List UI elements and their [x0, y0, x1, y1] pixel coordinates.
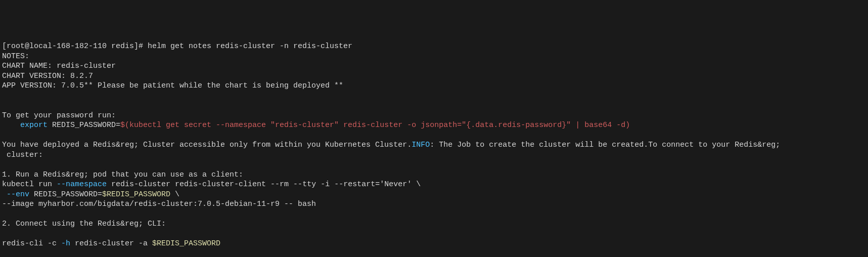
export-keyword: export — [2, 121, 48, 130]
kubectl-run-part2: redis-cluster redis-cluster-client --rm … — [107, 180, 421, 189]
redis-cli-part1: redis-cli -c — [2, 239, 61, 248]
redis-password-var: $REDIS_PASSWORD — [152, 239, 220, 248]
chart-name-line: CHART NAME: redis-cluster — [2, 62, 116, 70]
deployed-info-part2: : The Job to create the cluster will be … — [430, 141, 780, 149]
env-continuation: \ — [170, 190, 179, 199]
step1-instruction: 1. Run a Redis&reg; pod that you can use… — [2, 170, 243, 179]
host-flag: -h — [61, 239, 70, 248]
app-version-line: APP VERSION: 7.0.5** Please be patient w… — [2, 81, 343, 90]
password-instruction: To get your password run: — [2, 111, 116, 120]
notes-header: NOTES: — [2, 52, 29, 61]
deployed-info-part1: You have deployed a Redis&reg; Cluster a… — [2, 141, 412, 149]
env-value: $REDIS_PASSWORD — [102, 190, 170, 199]
command-input: helm get notes redis-cluster -n redis-cl… — [148, 42, 352, 51]
terminal-output[interactable]: [root@local-168-182-110 redis]# helm get… — [2, 41, 868, 257]
kubectl-run-part1: kubectl run — [2, 180, 57, 189]
env-flag: --env — [2, 190, 29, 199]
chart-version-line: CHART VERSION: 8.2.7 — [2, 72, 93, 80]
step2-instruction: 2. Connect using the Redis&reg; CLI: — [2, 220, 166, 228]
auth-flag: -a — [139, 239, 152, 248]
shell-prompt: [root@local-168-182-110 redis]# — [2, 42, 148, 51]
env-variable: REDIS_PASSWORD= — [29, 190, 102, 199]
image-line: --image myharbor.com/bigdata/redis-clust… — [2, 200, 316, 208]
export-variable: REDIS_PASSWORD= — [48, 121, 120, 130]
namespace-flag: --namespace — [57, 180, 107, 189]
info-label: INFO — [412, 141, 430, 149]
deployed-info-part3: cluster: — [2, 151, 43, 159]
export-command-substitution: $(kubectl get secret --namespace "redis-… — [120, 121, 630, 130]
redis-cli-part2: redis-cluster — [70, 239, 139, 248]
